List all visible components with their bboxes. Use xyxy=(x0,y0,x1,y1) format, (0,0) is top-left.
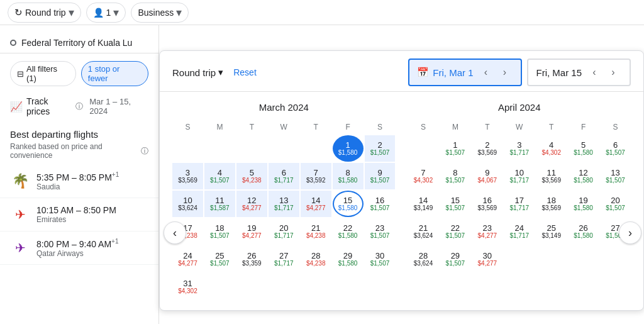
all-filters-btn[interactable]: ⊟ All filters (1) xyxy=(10,61,76,86)
cal-day-header: M xyxy=(440,120,470,134)
cal-day-8[interactable]: 8$1,507 xyxy=(440,163,470,189)
cal-day-7[interactable]: 7$4,302 xyxy=(408,163,439,189)
cal-day-7[interactable]: 7$3,592 xyxy=(301,163,331,189)
cal-day-20[interactable]: 20$1,717 xyxy=(269,218,299,245)
cal-day-number: 10 xyxy=(183,196,192,204)
cal-trip-type[interactable]: Round trip ▾ xyxy=(172,67,223,78)
cal-day-28[interactable]: 28$3,624 xyxy=(408,246,439,272)
calendar-separator xyxy=(396,102,408,300)
cal-day-15[interactable]: 15$1,507 xyxy=(440,191,470,217)
passengers-selector[interactable]: 👤 1 ▾ xyxy=(86,3,126,23)
cal-day-16[interactable]: 16$1,507 xyxy=(365,191,396,217)
flight-item-emirates[interactable]: ✈ 10:15 AM – 8:50 PM Emirates xyxy=(0,198,158,232)
cal-day-29[interactable]: 29$1,507 xyxy=(440,246,470,272)
cal-day-13[interactable]: 13$1,507 xyxy=(600,163,631,189)
origin-field[interactable]: Federal Territory of Kuala Lu xyxy=(0,33,158,53)
prev-month-button[interactable]: ‹ xyxy=(164,221,186,244)
cal-day-15[interactable]: 15$1,580 xyxy=(333,191,364,217)
cal-day-6[interactable]: 6$1,507 xyxy=(600,135,631,162)
cal-day-9[interactable]: 9$1,507 xyxy=(365,163,396,189)
cal-day-19[interactable]: 19$4,277 xyxy=(236,218,267,245)
cal-day-20[interactable]: 20$1,507 xyxy=(600,191,631,217)
cal-day-3[interactable]: 3$3,569 xyxy=(172,163,203,189)
cal-day-30[interactable]: 30$1,507 xyxy=(365,246,396,272)
date-to-prev[interactable]: ‹ xyxy=(586,64,603,81)
next-month-button[interactable]: › xyxy=(619,221,641,244)
date-to-next[interactable]: › xyxy=(604,64,622,81)
cal-day-3[interactable]: 3$1,717 xyxy=(504,135,535,162)
cal-day-number: 12 xyxy=(247,196,256,204)
date-from-prev[interactable]: ‹ xyxy=(477,64,494,81)
cal-day-29[interactable]: 29$1,580 xyxy=(333,246,364,272)
cal-day-21[interactable]: 21$4,238 xyxy=(301,218,331,245)
cal-day-14[interactable]: 14$4,277 xyxy=(301,191,331,217)
cal-day-21[interactable]: 21$3,624 xyxy=(408,218,439,245)
cal-day-19[interactable]: 19$1,580 xyxy=(568,191,599,217)
cal-day-13[interactable]: 13$1,717 xyxy=(269,191,299,217)
cal-day-price: $1,717 xyxy=(274,205,294,211)
cal-day-1[interactable]: 1$1,580 xyxy=(333,135,364,162)
date-to-box[interactable]: Fri, Mar 15 ‹ › xyxy=(527,59,631,86)
cal-day-17[interactable]: 17$1,717 xyxy=(504,191,535,217)
cal-day-price: $4,238 xyxy=(242,177,262,184)
date-to-label: Fri, Mar 15 xyxy=(536,67,582,78)
cal-day-8[interactable]: 8$1,580 xyxy=(333,163,364,189)
cal-day-22[interactable]: 22$1,507 xyxy=(440,218,470,245)
cal-day-18[interactable]: 18$3,569 xyxy=(536,191,567,217)
stops-filter-btn[interactable]: 1 stop or fewer xyxy=(81,61,148,86)
cal-day-12[interactable]: 12$4,277 xyxy=(236,191,267,217)
cal-day-4[interactable]: 4$1,507 xyxy=(204,163,235,189)
cal-day-18[interactable]: 18$1,507 xyxy=(204,218,235,245)
class-selector[interactable]: Business ▾ xyxy=(131,3,189,23)
origin-text: Federal Territory of Kuala Lu xyxy=(21,38,132,48)
cal-day-11[interactable]: 11$3,569 xyxy=(536,163,567,189)
cal-empty xyxy=(269,274,299,300)
cal-day-10[interactable]: 10$3,624 xyxy=(172,191,203,217)
track-date: Mar 1 – 15, 2024 xyxy=(89,97,148,116)
cal-day-6[interactable]: 6$1,717 xyxy=(269,163,299,189)
cal-day-23[interactable]: 23$4,277 xyxy=(472,218,502,245)
cal-day-price: $4,302 xyxy=(541,150,561,156)
date-from-next[interactable]: › xyxy=(496,64,513,81)
saudia-time: 5:35 PM – 8:05 PM+1 xyxy=(36,171,119,182)
track-prices-row[interactable]: 📈 Track prices ⓘ Mar 1 – 15, 2024 xyxy=(0,91,158,121)
cal-day-2[interactable]: 2$1,507 xyxy=(365,135,396,162)
cal-day-4[interactable]: 4$4,302 xyxy=(536,135,567,162)
cal-day-price: $1,717 xyxy=(274,233,294,239)
cal-grid-0: SMTWTFS1$1,5802$1,5073$3,5694$1,5075$4,2… xyxy=(172,120,396,300)
cal-day-24[interactable]: 24$1,717 xyxy=(504,218,535,245)
cal-day-5[interactable]: 5$1,580 xyxy=(568,135,599,162)
class-chevron: ▾ xyxy=(176,6,182,20)
cal-day-22[interactable]: 22$1,580 xyxy=(333,218,364,245)
trip-type-selector[interactable]: ↻ Round trip ▾ xyxy=(8,3,81,23)
cal-day-16[interactable]: 16$3,569 xyxy=(472,191,502,217)
cal-day-price: $1,507 xyxy=(606,177,625,184)
cal-day-25[interactable]: 25$1,507 xyxy=(204,246,235,272)
calendar-reset-button[interactable]: Reset xyxy=(233,67,257,77)
saudia-logo: 🌴 xyxy=(10,171,30,191)
cal-day-5[interactable]: 5$4,238 xyxy=(236,163,267,189)
cal-day-28[interactable]: 28$4,238 xyxy=(301,246,331,272)
cal-empty xyxy=(568,246,599,272)
flight-item-qatar[interactable]: ✈ 8:00 PM – 9:40 AM+1 Qatar Airways xyxy=(0,232,158,265)
cal-day-26[interactable]: 26$3,359 xyxy=(236,246,267,272)
cal-day-12[interactable]: 12$1,580 xyxy=(568,163,599,189)
cal-day-1[interactable]: 1$1,507 xyxy=(440,135,470,162)
cal-day-number: 13 xyxy=(279,196,288,204)
cal-day-27[interactable]: 27$1,717 xyxy=(269,246,299,272)
date-from-box[interactable]: 📅 Fri, Mar 1 ‹ › xyxy=(408,59,522,86)
cal-day-10[interactable]: 10$1,717 xyxy=(504,163,535,189)
cal-day-23[interactable]: 23$1,507 xyxy=(365,218,396,245)
cal-day-number: 28 xyxy=(419,252,428,260)
cal-trip-chevron: ▾ xyxy=(218,67,223,78)
cal-day-11[interactable]: 11$1,587 xyxy=(204,191,235,217)
cal-day-25[interactable]: 25$3,149 xyxy=(536,218,567,245)
cal-day-31[interactable]: 31$4,302 xyxy=(172,274,203,300)
cal-day-30[interactable]: 30$4,277 xyxy=(472,246,502,272)
cal-day-2[interactable]: 2$3,569 xyxy=(472,135,502,162)
cal-day-9[interactable]: 9$4,067 xyxy=(472,163,502,189)
cal-day-24[interactable]: 24$4,277 xyxy=(172,246,203,272)
cal-day-14[interactable]: 14$3,149 xyxy=(408,191,439,217)
cal-day-26[interactable]: 26$1,580 xyxy=(568,218,599,245)
flight-item-saudia[interactable]: 🌴 5:35 PM – 8:05 PM+1 Saudia xyxy=(0,165,158,198)
